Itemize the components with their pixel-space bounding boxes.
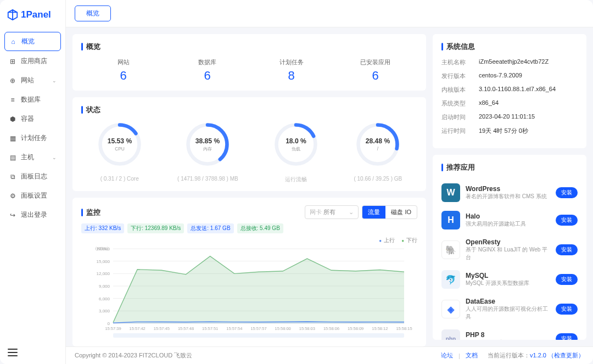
sidebar-item-8[interactable]: ⚙面板设置 bbox=[4, 187, 61, 205]
monitor-card: 监控 网卡 所有 ⌄ 流量磁盘 IO 上行: 332 KB/s下行: 12369… bbox=[72, 198, 426, 346]
nav-icon: ⬢ bbox=[9, 115, 16, 123]
install-button[interactable]: 安装 bbox=[556, 244, 578, 255]
copyright: Copyright © 2014-2023 FIT2CLOUD 飞致云 bbox=[75, 351, 192, 360]
stat-1[interactable]: 数据库6 bbox=[165, 58, 249, 83]
svg-text:15:58:06: 15:58:06 bbox=[323, 326, 339, 331]
nic-select[interactable]: 网卡 所有 ⌄ bbox=[305, 205, 359, 219]
nav-label: 容器 bbox=[21, 114, 34, 124]
footer-link-forum[interactable]: 论坛 bbox=[441, 351, 453, 360]
stat-0[interactable]: 网站6 bbox=[81, 58, 165, 83]
app-icon: 🐬 bbox=[441, 270, 460, 289]
check-update[interactable]: （检查更新） bbox=[548, 352, 584, 359]
info-row-5: 运行时间19天 4时 57分 0秒 bbox=[441, 127, 578, 135]
sidebar-item-1[interactable]: ⊞应用商店 bbox=[4, 52, 61, 70]
svg-text:CPU: CPU bbox=[115, 146, 125, 152]
install-button[interactable]: 安装 bbox=[556, 333, 578, 340]
app-row-OpenResty: 🐘 OpenResty基于 NGINX 和 LuaJIT 的 Web 平台 安装 bbox=[441, 234, 578, 266]
collapse-sidebar-button[interactable] bbox=[8, 349, 18, 356]
nav-icon: ≡ bbox=[9, 96, 16, 104]
svg-text:内存: 内存 bbox=[203, 146, 212, 152]
info-row-4: 启动时间2023-04-20 11:01:15 bbox=[441, 113, 578, 121]
nav-label: 应用商店 bbox=[21, 57, 47, 66]
badge-1: 下行: 12369.89 KB/s bbox=[127, 223, 184, 233]
sysinfo-card: 系统信息 主机名称iZm5eeatethjp2e4cvtb72Z发行版本cent… bbox=[433, 34, 586, 148]
gauge-负载[interactable]: 18.0 % 负载 运行流畅 bbox=[273, 121, 319, 183]
nav-label: 概览 bbox=[21, 37, 35, 46]
svg-text:15:58:09: 15:58:09 bbox=[348, 326, 363, 331]
svg-text:15:57:54: 15:57:54 bbox=[226, 326, 242, 331]
tab-overview[interactable]: 概览 bbox=[75, 5, 111, 21]
sidebar-item-9[interactable]: ↪退出登录 bbox=[4, 206, 61, 224]
svg-text:15:58:15: 15:58:15 bbox=[396, 326, 412, 331]
sidebar-item-0[interactable]: ⌂概览 bbox=[4, 32, 61, 51]
nav-icon: ⧉ bbox=[9, 173, 16, 181]
install-button[interactable]: 安装 bbox=[556, 304, 578, 315]
overview-title: 概览 bbox=[81, 42, 417, 52]
logo-text: 1Panel bbox=[21, 9, 51, 20]
sidebar-item-2[interactable]: ⊕网站⌄ bbox=[4, 71, 61, 89]
svg-text:12,000: 12,000 bbox=[97, 271, 110, 276]
nav-label: 面板设置 bbox=[21, 191, 47, 200]
main: 概览 概览 网站6数据库6计划任务8已安装应用6 状态 15.53 % CPU … bbox=[66, 0, 593, 364]
nav-label: 主机 bbox=[21, 153, 34, 162]
svg-text:9,000: 9,000 bbox=[99, 284, 110, 289]
traffic-chart: 03,0006,0009,00012,00015,00018,000（KB/s）… bbox=[81, 245, 417, 339]
monitor-title: 监控 bbox=[81, 208, 100, 217]
app-row-Halo: H Halo强大易用的开源建站工具 安装 bbox=[441, 206, 578, 234]
svg-text:15:58:00: 15:58:00 bbox=[275, 326, 291, 331]
gauge-/[interactable]: 28.48 % / ( 10.66 / 39.25 ) GB bbox=[354, 121, 402, 183]
svg-text:3,000: 3,000 bbox=[99, 309, 110, 313]
sidebar-item-5[interactable]: ▦计划任务 bbox=[4, 129, 61, 147]
nav-label: 退出登录 bbox=[21, 210, 47, 220]
info-row-0: 主机名称iZm5eeatethjp2e4cvtb72Z bbox=[441, 58, 578, 66]
install-button[interactable]: 安装 bbox=[556, 274, 578, 285]
nav-icon: ⊞ bbox=[9, 58, 16, 65]
info-row-3: 系统类型x86_64 bbox=[441, 99, 578, 108]
badge-0: 上行: 332 KB/s bbox=[81, 223, 124, 233]
svg-text:15:58:03: 15:58:03 bbox=[299, 326, 315, 331]
app-icon: H bbox=[441, 211, 460, 229]
nav-label: 计划任务 bbox=[21, 133, 47, 143]
sysinfo-title: 系统信息 bbox=[441, 42, 578, 52]
nav-icon: ⌂ bbox=[9, 38, 17, 46]
app-row-WordPress: W WordPress著名的开源博客软件和 CMS 系统 安装 bbox=[441, 179, 578, 206]
sidebar-item-6[interactable]: ▤主机⌄ bbox=[4, 148, 61, 166]
svg-text:15:58:12: 15:58:12 bbox=[372, 326, 388, 331]
monitor-segment: 流量磁盘 IO bbox=[362, 205, 417, 219]
app-icon: W bbox=[441, 183, 460, 202]
info-row-2: 内核版本3.10.0-1160.88.1.el7.x86_64 bbox=[441, 86, 578, 94]
logo[interactable]: 1Panel bbox=[0, 0, 65, 30]
svg-text:/: / bbox=[377, 146, 379, 152]
svg-text:（KB/s）: （KB/s） bbox=[93, 246, 111, 251]
footer-link-docs[interactable]: 文档 bbox=[466, 351, 478, 360]
chevron-down-icon: ⌄ bbox=[349, 209, 354, 216]
stat-2[interactable]: 计划任务8 bbox=[249, 58, 333, 83]
svg-text:15:57:42: 15:57:42 bbox=[130, 326, 146, 331]
stat-3[interactable]: 已安装应用6 bbox=[333, 58, 417, 83]
svg-text:0: 0 bbox=[108, 321, 110, 326]
app-row-MySQL: 🐬 MySQLMySQL 开源关系型数据库 安装 bbox=[441, 266, 578, 293]
apps-title: 推荐应用 bbox=[441, 163, 578, 172]
sidebar-item-7[interactable]: ⧉面板日志 bbox=[4, 167, 61, 186]
gauge-内存[interactable]: 38.85 % 内存 ( 1471.98 / 3788.98 ) MB bbox=[177, 121, 238, 183]
install-button[interactable]: 安装 bbox=[556, 215, 578, 226]
svg-text:负载: 负载 bbox=[292, 146, 300, 152]
svg-text:15,000: 15,000 bbox=[97, 259, 110, 264]
status-card: 状态 15.53 % CPU ( 0.31 / 2 ) Core 38.85 %… bbox=[72, 97, 426, 191]
nav-icon: ⊕ bbox=[9, 77, 16, 85]
app-row-PHP 8: php PHP 8PHP8 运行环境 安装 bbox=[441, 325, 578, 340]
overview-card: 概览 网站6数据库6计划任务8已安装应用6 bbox=[72, 34, 426, 91]
app-row-DataEase: ◈ DataEase人人可用的开源数据可视化分析工具 安装 bbox=[441, 293, 578, 325]
seg-0[interactable]: 流量 bbox=[362, 206, 385, 219]
svg-text:15:57:51: 15:57:51 bbox=[202, 326, 218, 331]
seg-1[interactable]: 磁盘 IO bbox=[385, 206, 417, 219]
svg-text:28.48 %: 28.48 % bbox=[366, 137, 390, 145]
legend-down: 下行 bbox=[401, 237, 417, 244]
install-button[interactable]: 安装 bbox=[556, 187, 578, 198]
nav-icon: ▤ bbox=[9, 154, 16, 161]
sidebar-item-3[interactable]: ≡数据库 bbox=[4, 91, 61, 109]
nav-label: 数据库 bbox=[21, 95, 41, 104]
sidebar-item-4[interactable]: ⬢容器 bbox=[4, 110, 61, 128]
gauge-CPU[interactable]: 15.53 % CPU ( 0.31 / 2 ) Core bbox=[97, 121, 143, 183]
svg-text:6,000: 6,000 bbox=[99, 296, 110, 301]
